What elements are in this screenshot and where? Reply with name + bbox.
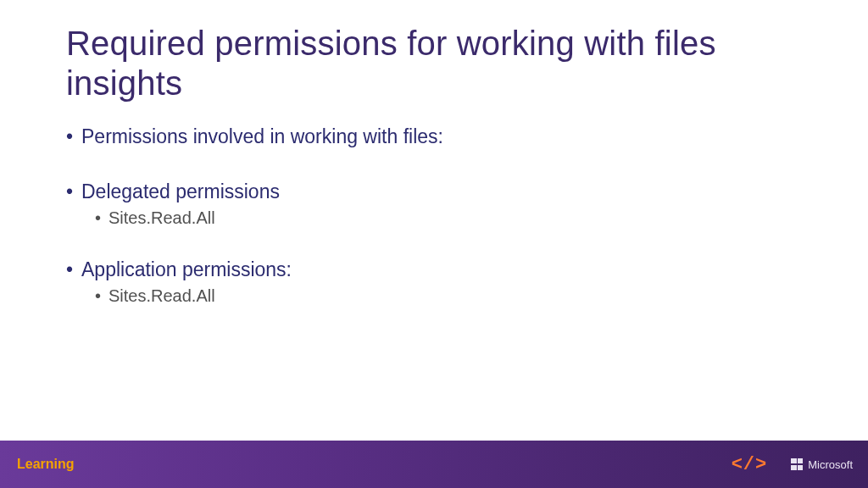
- bullet-dot-icon: •: [95, 208, 108, 228]
- slide-title: Required permissions for working with fi…: [66, 24, 804, 103]
- bullet-level-2: •Sites.Read.All: [95, 286, 804, 306]
- bullet-level-1: •Permissions involved in working with fi…: [66, 125, 804, 148]
- slide: Required permissions for working with fi…: [0, 0, 868, 488]
- bullet-text: Permissions involved in working with fil…: [81, 125, 443, 148]
- footer-left-label: Learning: [17, 457, 75, 472]
- code-bracket-icon: </>: [732, 454, 768, 475]
- bullet-text: Sites.Read.All: [108, 208, 215, 228]
- bullet-level-1: •Application permissions:: [66, 258, 804, 281]
- bullet-text: Application permissions:: [81, 258, 292, 281]
- microsoft-brand-text: Microsoft: [808, 458, 853, 471]
- footer-bar: Learning </> Microsoft: [0, 441, 868, 488]
- microsoft-logo-icon: [791, 458, 803, 470]
- bullet-level-1: •Delegated permissions: [66, 180, 804, 203]
- bullet-dot-icon: •: [95, 286, 108, 306]
- bullet-spacer: [66, 153, 804, 180]
- bullet-dot-icon: •: [66, 125, 81, 148]
- bullet-level-2: •Sites.Read.All: [95, 208, 804, 228]
- bullet-dot-icon: •: [66, 258, 81, 281]
- bullet-spacer: [66, 231, 804, 258]
- footer-right-group: </> Microsoft: [732, 454, 853, 475]
- bullet-dot-icon: •: [66, 180, 81, 203]
- bullet-text: Delegated permissions: [81, 180, 280, 203]
- microsoft-brand: Microsoft: [791, 458, 853, 471]
- bullet-text: Sites.Read.All: [108, 286, 215, 306]
- slide-content: •Permissions involved in working with fi…: [66, 125, 804, 309]
